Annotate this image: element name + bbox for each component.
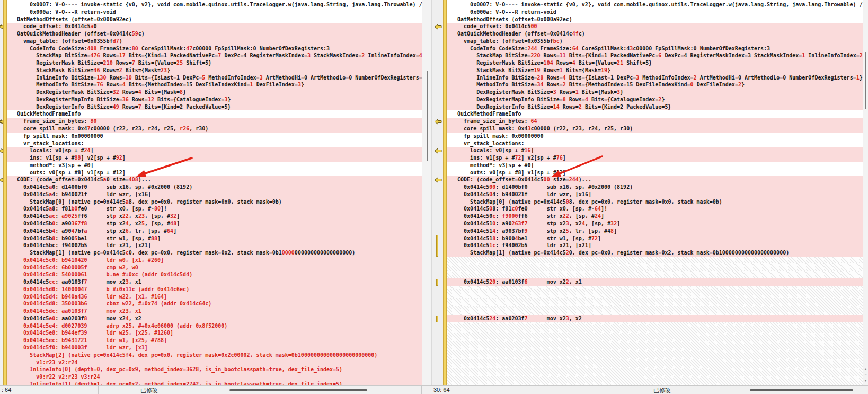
code-line[interactable]: 0x0414c5f0: b940003f ldr wzr, [x1] <box>7 344 422 352</box>
code-line[interactable]: DexRegisterInfo BitSize=14 Rows=2 Bits={… <box>447 103 863 111</box>
code-line[interactable]: RegisterMask BitSize=104 Rows=4 Bits={Va… <box>447 59 863 67</box>
code-line[interactable]: 0x0414c504: b940021f ldr wzr, [x16] <box>447 191 863 198</box>
code-line[interactable]: frame_size_in_bytes: 64 <box>447 118 863 125</box>
code-line[interactable]: 0x0414c5ac: a9025ff6 stp x22, x23, [sp, … <box>7 213 422 220</box>
code-line[interactable]: outs: v0[sp + #8] v1[sp + #12] <box>7 169 422 177</box>
code-line[interactable]: DexRegisterMask BitSize=32 Rows=4 Bits={… <box>7 89 422 96</box>
code-line[interactable]: OatQuickMethodHeader (offset=0x0414c4fc) <box>447 30 863 38</box>
code-line[interactable]: method*: v3[sp + #0] <box>447 162 863 169</box>
code-line[interactable]: InlineInfo[1] (depth=1, dex_pc=0x2, meth… <box>7 381 422 385</box>
code-line[interactable]: code_offset: 0x0414c5a0 <box>7 23 422 30</box>
code-line[interactable]: 0x0414c5bc: f94002b5 ldr x21, [x21] <box>7 242 422 249</box>
code-line[interactable]: 0x0414c5d0: 14000047 b #+0x11c (addr 0x4… <box>7 286 422 293</box>
scrollbar-down-arrow-icon[interactable]: ▼ <box>864 379 867 382</box>
right-vertical-scrollbar[interactable]: ▲ ≡ ▼ <box>863 0 868 385</box>
code-line[interactable]: 0x0414c5c0: b9410420 ldr w0, [x1, #260] <box>7 257 422 264</box>
diff-arrow-left-icon[interactable] <box>434 148 442 154</box>
code-line[interactable]: outs: v0[sp + #8] v1[sp + #12] <box>447 169 863 177</box>
code-line[interactable]: OatQuickMethodHeader (offset=0x0414c59c) <box>7 30 422 38</box>
left-vertical-scrollbar[interactable] <box>422 0 431 385</box>
right-vertical-scrollbar-thumb[interactable] <box>865 52 866 109</box>
code-line[interactable]: 0x0414c514: a9037bf9 stp x25, lr, [sp, #… <box>447 227 863 235</box>
code-line[interactable]: 0x0007: V-O---- invoke-static {v0, v2}, … <box>7 1 422 8</box>
code-line[interactable]: 0x0414c5a4: b940021f ldr wzr, [x16] <box>7 191 422 198</box>
code-line[interactable]: vmap_table: (offset=0x0355bfbc) <box>447 38 863 45</box>
code-line[interactable]: StackMap[1] (native_pc=0x414c5c0, dex_pc… <box>7 249 422 257</box>
code-line[interactable]: DexRegisterInfo BitSize=49 Rows=7 Bits={… <box>7 103 422 111</box>
right-horizontal-scrollbar-thumb[interactable] <box>750 389 853 391</box>
code-line[interactable]: 0x0414c5b8: b9005be1 str w1, [sp, #88] <box>7 235 422 242</box>
code-line[interactable]: StackMap BitSize=476 Rows=17 Bits={Kind=… <box>7 52 422 59</box>
code-line[interactable]: InlineInfo BitSize=28 Rows=4 Bits={IsLas… <box>447 74 863 82</box>
code-line[interactable]: ins: v1[sp + #72] v2[sp + #76] <box>447 154 863 162</box>
code-line[interactable]: 0x0414c500: d1400bf0 sub x16, sp, #0x200… <box>447 183 863 191</box>
code-line[interactable]: 0x0414c50c: f9000ff6 str x22, [sp, #24] <box>447 213 863 220</box>
code-line[interactable]: OatMethodOffsets (offset=0x000a92ec) <box>7 16 422 23</box>
code-line[interactable]: StackMap[1] (native_pc=0x414c520, dex_pc… <box>447 249 863 257</box>
code-line[interactable]: 0x0414c5a0: d1400bf0 sub x16, sp, #0x200… <box>7 183 422 191</box>
code-line[interactable]: DexRegisterMask BitSize=3 Rows=1 Bits={M… <box>447 89 863 96</box>
code-line[interactable]: 0x0414c510: a90263f7 stp x23, x24, [sp, … <box>447 220 863 227</box>
code-line[interactable]: CODE: (code_offset=0x0414c500 size=244).… <box>447 176 863 183</box>
code-line[interactable]: core_spill_mask: 0x43c00000 (r22, r23, r… <box>447 125 863 133</box>
code-line[interactable]: 0x000a: V-O---R return-void <box>447 8 863 16</box>
code-line[interactable]: 0x0007: V-O---- invoke-static {v0, v2}, … <box>447 1 863 8</box>
code-line[interactable]: DexRegisterMapInfo BitSize=8 Rows=4 Bits… <box>447 96 863 103</box>
code-line[interactable]: vmap_table: (offset=0x0355bfd7) <box>7 38 422 45</box>
code-line[interactable]: v1:r23 v2:r24 <box>7 359 422 366</box>
code-line[interactable]: RegisterMask BitSize=210 Rows=7 Bits={Va… <box>7 59 422 67</box>
code-line[interactable]: 0x0414c5b4: a9047bfa stp x26, lr, [sp, #… <box>7 227 422 235</box>
code-line[interactable]: 0x000a: V-O---R return-void <box>7 8 422 16</box>
diff-arrow-left-icon[interactable] <box>434 177 442 183</box>
code-line[interactable]: vr_stack_locations: <box>7 140 422 147</box>
code-line[interactable]: 0x0414c518: b9004be1 str w1, [sp, #72] <box>447 235 863 242</box>
code-line[interactable]: fp_spill_mask: 0x00000000 <box>447 133 863 140</box>
code-line[interactable]: 0x0414c5cc: aa0103f7 mov x23, x1 <box>7 278 422 286</box>
code-line[interactable]: StackMap[0] (native_pc=0x414c5a8, dex_pc… <box>7 198 422 206</box>
code-line[interactable]: QuickMethodFrameInfo <box>7 110 422 118</box>
code-line[interactable]: StackMask BitSize=19 Rows=1 Bits={Mask=1… <box>447 67 863 74</box>
code-line[interactable]: vr_stack_locations: <box>447 140 863 147</box>
scrollbar-up-arrow-icon[interactable]: ▲ <box>864 367 867 371</box>
code-line[interactable]: core_spill_mask: 0x47c00000 (r22, r23, r… <box>7 125 422 133</box>
diff-arrow-left-icon[interactable] <box>434 24 442 30</box>
code-line[interactable]: InlineInfo[0] (depth=0, dex_pc=0x9, meth… <box>7 366 422 373</box>
code-line[interactable]: 0x0414c5e8: b944ef39 ldr w25, [x25, #126… <box>7 329 422 337</box>
code-line[interactable]: 0x0414c5d8: 350003b6 cbnz w22, #+0x74 (a… <box>7 300 422 308</box>
code-line[interactable]: 0x0414c5b0: a90367f8 stp x24, x25, [sp, … <box>7 220 422 227</box>
code-line[interactable]: 0x0414c5e0: aa0203f8 mov x24, x2 <box>7 315 422 322</box>
code-line[interactable]: 0x0414c5c8: 54000061 b.ne #+0xc (addr 0x… <box>7 271 422 278</box>
code-line[interactable]: StackMap BitSize=220 Rows=11 Bits={Kind=… <box>447 52 863 59</box>
code-line[interactable]: 0x0414c5c4: 6b00005f cmp w2, w0 <box>7 264 422 272</box>
code-line[interactable]: DexRegisterMapInfo BitSize=36 Rows=12 Bi… <box>7 96 422 103</box>
code-line[interactable]: locals: v0[sp + #16] <box>447 147 863 154</box>
code-line[interactable]: StackMap[2] (native_pc=0x414c5f4, dex_pc… <box>7 352 422 359</box>
left-horizontal-scrollbar-thumb[interactable] <box>229 389 367 391</box>
code-line[interactable]: 0x0414c508: f81c0fe0 str x0, [sp, #-64]! <box>447 205 863 213</box>
code-line[interactable]: 0x0414c520: aa0103f6 mov x22, x1 <box>447 278 863 286</box>
code-line[interactable]: MethodInfo BitSize=76 Rows=4 Bits={Metho… <box>7 81 422 89</box>
code-line[interactable]: 0x0414c5a8: f81b0fe0 str x0, [sp, #-80]! <box>7 205 422 213</box>
code-line[interactable]: 0x0414c5ec: b9431721 ldr w1, [x25, #788] <box>7 337 422 344</box>
code-line[interactable]: OatMethodOffsets (offset=0x000a92ec) <box>447 16 863 23</box>
code-line[interactable]: StackMask BitSize=46 Rows=2 Bits={Mask=2… <box>7 67 422 74</box>
code-line[interactable]: CodeInfo CodeSize:408 FrameSize:80 CoreS… <box>7 45 422 52</box>
code-line[interactable]: 0x0414c5d4: b940a436 ldr w22, [x1, #164] <box>7 293 422 301</box>
code-line[interactable]: MethodInfo BitSize=34 Rows=2 Bits={Metho… <box>447 81 863 89</box>
code-line[interactable]: frame_size_in_bytes: 80 <box>7 118 422 125</box>
code-line[interactable]: method*: v3[sp + #0] <box>7 162 422 169</box>
code-line[interactable]: v0:r22 v2:r23 v3:r24 <box>7 373 422 381</box>
code-line[interactable]: CodeInfo CodeSize:244 FrameSize:64 CoreS… <box>447 45 863 52</box>
code-line[interactable]: InlineInfo BitSize=130 Rows=10 Bits={IsL… <box>7 74 422 82</box>
code-line[interactable]: 0x0414c5e4: d0027039 adrp x25, #+0x4e060… <box>7 322 422 330</box>
code-line[interactable]: locals: v0[sp + #24] <box>7 147 422 154</box>
code-line[interactable]: code_offset: 0x0414c500 <box>447 23 863 30</box>
left-vertical-scrollbar-thumb[interactable] <box>427 71 428 161</box>
code-line[interactable]: 0x0414c5dc: aa0103f7 mov x23, x1 <box>7 308 422 315</box>
code-line[interactable]: QuickMethodFrameInfo <box>447 110 863 118</box>
code-line[interactable]: 0x0414c51c: f94002b5 ldr x21, [x21] <box>447 242 863 249</box>
diff-arrow-left-icon[interactable] <box>434 119 442 125</box>
code-line[interactable]: ins: v1[sp + #88] v2[sp + #92] <box>7 154 422 162</box>
code-line[interactable]: CODE: (code_offset=0x0414c5a0 size=408).… <box>7 176 422 183</box>
code-line[interactable]: fp_spill_mask: 0x00000000 <box>7 133 422 140</box>
